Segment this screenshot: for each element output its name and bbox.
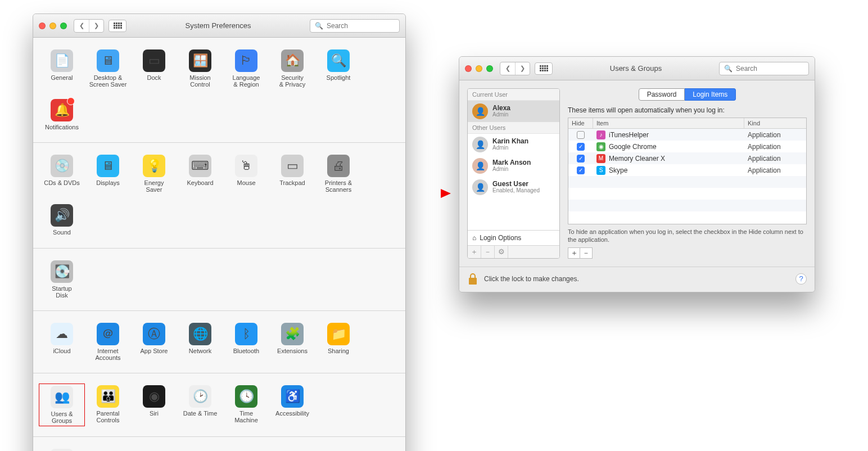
pref-datetime[interactable]: 🕑Date & Time [177, 384, 223, 426]
pref-label: Spotlight [327, 74, 351, 81]
toolbar: ❮ ❯ System Preferences 🔍 [33, 14, 405, 38]
remove-item-button[interactable]: － [580, 247, 593, 259]
close-icon[interactable] [465, 65, 472, 72]
pref-printers[interactable]: 🖨Printers & Scanners [315, 153, 361, 195]
pref-timemachine[interactable]: 🕓Time Machine [223, 384, 269, 426]
pref-mouse[interactable]: 🖱Mouse [223, 153, 269, 195]
sharing-icon: 📁 [327, 323, 350, 345]
pref-label: Mission Control [189, 74, 210, 88]
user-row[interactable]: 👤AlexaAdmin [468, 101, 559, 122]
show-all-button[interactable] [108, 20, 126, 32]
close-icon[interactable] [39, 22, 46, 29]
search-input[interactable] [327, 22, 395, 30]
pref-startup[interactable]: 💽Startup Disk [39, 259, 85, 300]
user-role: Admin [492, 166, 531, 173]
pref-siri[interactable]: ◉Siri [131, 384, 177, 426]
pref-extensions[interactable]: 🧩Extensions [269, 321, 315, 363]
pref-label: Siri [150, 410, 159, 417]
pref-mission[interactable]: 🪟Mission Control [177, 48, 223, 89]
login-options-button[interactable]: ⌂ Login Options [468, 230, 559, 245]
pref-bluetooth[interactable]: ᛒBluetooth [223, 321, 269, 363]
pref-accessibility[interactable]: ♿Accessibility [269, 384, 315, 426]
accessibility-icon: ♿ [281, 385, 304, 408]
pref-keyboard[interactable]: ⌨Keyboard [177, 153, 223, 195]
pref-dock[interactable]: ▭Dock [131, 48, 177, 89]
hide-checkbox[interactable]: ✓ [577, 166, 585, 174]
search-field[interactable]: 🔍 [719, 62, 809, 75]
add-item-button[interactable]: ＋ [568, 247, 580, 259]
forward-button[interactable]: ❯ [89, 20, 103, 32]
user-row[interactable]: 👤Guest UserEnabled, Managed [468, 177, 559, 198]
table-row[interactable]: ✓SSkypeApplication [568, 164, 806, 176]
lock-icon[interactable] [467, 273, 478, 285]
spotlight-icon: 🔍 [327, 49, 350, 72]
pref-sharing[interactable]: 📁Sharing [315, 321, 361, 363]
user-name: Karin Khan [492, 138, 528, 145]
help-button[interactable]: ? [795, 273, 807, 285]
pref-users[interactable]: 👥Users & Groups [39, 384, 85, 426]
pref-spotlight[interactable]: 🔍Spotlight [315, 48, 361, 89]
pref-appstore[interactable]: ⒶApp Store [131, 321, 177, 363]
back-button[interactable]: ❮ [500, 62, 515, 75]
nav-back-forward: ❮ ❯ [74, 19, 104, 33]
show-all-button[interactable] [535, 62, 553, 75]
search-input[interactable] [736, 65, 804, 73]
user-role: Admin [492, 111, 510, 118]
hide-checkbox[interactable]: ✓ [577, 155, 585, 163]
back-button[interactable]: ❮ [74, 20, 89, 32]
pref-energy[interactable]: 💡Energy Saver [131, 153, 177, 195]
hide-checkbox[interactable] [577, 131, 585, 139]
add-user-button[interactable]: ＋ [468, 246, 481, 258]
pref-java[interactable]: ☕Java [39, 447, 85, 451]
pref-label: Dock [147, 74, 161, 81]
column-item[interactable]: Item [593, 118, 744, 128]
zoom-icon[interactable] [486, 65, 493, 72]
printers-icon: 🖨 [327, 155, 350, 177]
pref-internet[interactable]: ＠Internet Accounts [85, 321, 131, 363]
pref-general[interactable]: 📄General [39, 48, 85, 89]
table-row[interactable]: ✓MMemory Cleaner XApplication [568, 152, 806, 164]
pref-notifications[interactable]: 🔔Notifications [39, 97, 85, 132]
pref-security[interactable]: 🏠Security & Privacy [269, 48, 315, 89]
pref-label: Internet Accounts [95, 348, 120, 361]
forward-button[interactable]: ❯ [515, 62, 530, 75]
pref-parental[interactable]: 👪Parental Controls [85, 384, 131, 426]
search-field[interactable]: 🔍 [310, 19, 400, 33]
pref-language[interactable]: 🏳Language & Region [223, 48, 269, 89]
pref-label: App Store [141, 348, 168, 354]
displays-icon: 🖥 [97, 155, 119, 177]
table-row[interactable]: ♪iTunesHelperApplication [568, 129, 806, 141]
table-row[interactable]: ✓◉Google ChromeApplication [568, 141, 806, 152]
pref-desktop[interactable]: 🖥Desktop & Screen Saver [85, 48, 131, 89]
column-hide[interactable]: Hide [568, 118, 593, 128]
pref-label: Accessibility [275, 410, 309, 417]
pref-icloud[interactable]: ☁iCloud [39, 321, 85, 363]
tab-login-items[interactable]: Login Items [685, 88, 736, 101]
gear-icon[interactable]: ⚙ [495, 246, 508, 258]
minimize-icon[interactable] [476, 65, 482, 72]
user-name: Guest User [492, 181, 540, 187]
keyboard-icon: ⌨ [189, 155, 211, 177]
pref-cddvd[interactable]: 💿CDs & DVDs [39, 153, 85, 195]
remove-user-button[interactable]: － [481, 246, 495, 258]
pref-trackpad[interactable]: ▭Trackpad [269, 153, 315, 195]
column-kind[interactable]: Kind [744, 118, 806, 128]
pref-displays[interactable]: 🖥Displays [85, 153, 131, 195]
user-row[interactable]: 👤Karin KhanAdmin [468, 134, 559, 155]
user-row[interactable]: 👤Mark AnsonAdmin [468, 155, 559, 177]
zoom-icon[interactable] [60, 22, 67, 29]
tab-password[interactable]: Password [639, 88, 685, 101]
notification-badge [67, 97, 75, 105]
grid-icon [114, 22, 122, 29]
pref-label: Language & Region [233, 74, 260, 88]
main-pane: Password Login Items These items will op… [568, 88, 807, 259]
traffic-lights [465, 65, 493, 72]
minimize-icon[interactable] [49, 22, 56, 29]
icloud-icon: ☁ [51, 323, 73, 345]
pref-network[interactable]: 🌐Network [177, 321, 223, 363]
pref-sound[interactable]: 🔊Sound [39, 202, 85, 237]
login-options-label: Login Options [480, 234, 521, 242]
pref-label: Displays [96, 179, 120, 186]
tab-bar: Password Login Items [568, 88, 807, 101]
hide-checkbox[interactable]: ✓ [577, 143, 585, 151]
